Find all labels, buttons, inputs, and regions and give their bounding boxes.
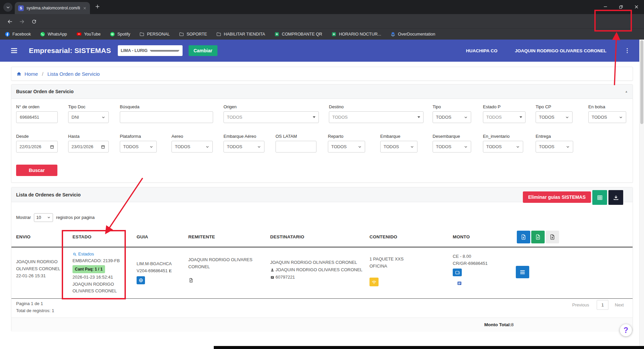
- bookmark-comprobante-qr[interactable]: COMPROBANTE QR: [274, 32, 322, 37]
- list-header-actions: Eliminar guias SISTEMAS: [523, 191, 623, 205]
- app-menu-dots-icon[interactable]: [624, 47, 631, 54]
- eliminar-guias-button[interactable]: Eliminar guias SISTEMAS: [523, 191, 591, 203]
- next-page-button[interactable]: Next: [615, 302, 624, 307]
- chevron-down-icon: [619, 115, 623, 119]
- col-destinatario[interactable]: DESTINATARIO: [270, 234, 304, 239]
- show-suffix-label: registros por pagina: [56, 215, 95, 220]
- contenido-line1: 1 PAQUETE XXS: [369, 255, 443, 263]
- embarque-select[interactable]: TODOS: [380, 141, 417, 153]
- orders-list-panel: Lista de Ordenes de Servicio Eliminar gu…: [11, 187, 633, 331]
- bookmark-spotify[interactable]: Spotify: [110, 32, 130, 37]
- remitente-name: JOAQUIN RODRIGO OLIVARES CORONEL: [188, 256, 259, 270]
- forward-button[interactable]: [17, 16, 27, 26]
- branch-short-label[interactable]: HUACHIPA CO: [466, 48, 497, 53]
- minimize-button[interactable]: [598, 0, 613, 13]
- tab-title: syslima.shalomcontrol.com/lista: [27, 6, 80, 10]
- hamburger-menu-icon[interactable]: [10, 47, 18, 55]
- monto-total-value: 8: [511, 322, 514, 327]
- numero-orden-input[interactable]: [16, 111, 58, 123]
- back-button[interactable]: [5, 16, 15, 26]
- bookmark-whatsapp[interactable]: WhatsApp: [40, 32, 67, 37]
- screen: S syslima.shalomcontrol.com/lista syslim…: [0, 0, 644, 349]
- download-icon: [613, 194, 619, 201]
- wifi-status-button[interactable]: [369, 278, 379, 286]
- field-numero-orden: N° de orden: [16, 104, 58, 123]
- previous-page-button[interactable]: Previous: [572, 302, 589, 307]
- detail-list-icon[interactable]: [457, 279, 462, 286]
- branch-select[interactable]: LIMA - LURIGANCHO - HUACHIPA CO: [118, 45, 183, 56]
- triangle-down-icon: [519, 116, 522, 118]
- bookmark-folder-soporte[interactable]: SOPORTE: [179, 32, 207, 37]
- table-view-button[interactable]: [592, 190, 607, 205]
- aereo-select[interactable]: TODOS: [171, 141, 213, 153]
- bookmark-horario-nocturno[interactable]: HORARIO NOCTUR...: [331, 32, 381, 37]
- collapse-caret-icon[interactable]: ▲: [625, 90, 628, 93]
- new-tab-button[interactable]: [95, 3, 100, 9]
- excel-file-icon: [521, 234, 527, 240]
- cell-remitente: JOAQUIN RODRIGO OLIVARES CORONEL: [188, 256, 259, 283]
- col-envio[interactable]: ENVIO: [16, 234, 31, 239]
- field-hasta: Hasta 23/01/2026: [68, 134, 109, 153]
- embarque-aereo-select[interactable]: TODOS: [224, 141, 264, 153]
- bookmark-folder-personal[interactable]: PERSONAL: [139, 32, 170, 37]
- reparto-select[interactable]: TODOS: [328, 141, 365, 153]
- export-excel-gray-button[interactable]: [546, 231, 559, 243]
- origen-select[interactable]: TODOS: [224, 111, 319, 123]
- tab-search-button[interactable]: [3, 3, 12, 12]
- tab-close-icon[interactable]: [83, 6, 87, 10]
- bookmark-overdocumentation[interactable]: OverDocumentation: [390, 32, 435, 37]
- close-button[interactable]: [629, 0, 644, 13]
- remitente-doc-icon[interactable]: [188, 276, 259, 283]
- breadcrumb-home-link[interactable]: Home: [24, 71, 38, 77]
- col-guia[interactable]: GUIA: [137, 234, 148, 239]
- buscar-button[interactable]: Buscar: [16, 165, 57, 176]
- tipo-select[interactable]: TODOS: [433, 111, 471, 123]
- reload-button[interactable]: [29, 16, 39, 26]
- cell-guia: LIM.M-BGACHCA V204-69686451 E: [137, 260, 185, 284]
- user-name-label[interactable]: JOAQUIN RODRIGO OLIVARES CORONEL: [515, 48, 606, 53]
- tipo-cp-select[interactable]: TODOS: [536, 111, 573, 123]
- bookmark-youtube[interactable]: YouTube: [76, 31, 101, 37]
- en-inventario-select[interactable]: TODOS: [483, 141, 523, 153]
- spotify-icon: [110, 32, 115, 37]
- envio-name: JOAQUIN RODRIGO OLIVARES CORONEL: [16, 258, 73, 272]
- busqueda-input[interactable]: [120, 111, 213, 123]
- page-size-row: Mostrar 10 registros por pagina: [16, 213, 633, 222]
- estados-link[interactable]: Estados: [72, 251, 128, 257]
- download-button[interactable]: [608, 190, 623, 205]
- tipo-doc-select[interactable]: DNI: [68, 111, 109, 123]
- cell-monto: CE - 8.00 CR/GR-69686451: [453, 253, 513, 286]
- destino-select[interactable]: TODOS: [329, 111, 424, 123]
- col-monto[interactable]: MONTO: [453, 234, 470, 239]
- restore-button[interactable]: [613, 0, 629, 13]
- bookmark-facebook[interactable]: Facebook: [5, 32, 31, 37]
- bookmark-folder-habilitar-tiendita[interactable]: HABILITAR TIENDITA: [216, 32, 265, 37]
- os-latam-input[interactable]: [276, 141, 316, 153]
- browser-tab[interactable]: S syslima.shalomcontrol.com/lista: [15, 2, 90, 14]
- cambiar-button[interactable]: Cambiar: [189, 45, 217, 56]
- export-excel-green-button[interactable]: [531, 231, 545, 243]
- contenido-line2: OFICINA: [369, 263, 443, 270]
- desde-date-input[interactable]: 22/01/2026: [16, 141, 58, 153]
- page-size-select[interactable]: 10: [34, 213, 53, 222]
- col-contenido[interactable]: CONTENIDO: [369, 234, 397, 239]
- tracking-web-button[interactable]: [137, 276, 145, 284]
- hasta-date-input[interactable]: 23/01/2026: [68, 141, 109, 153]
- page-scrollbar[interactable]: [639, 40, 644, 349]
- scrollbar-thumb[interactable]: [640, 40, 643, 124]
- en-bolsa-select[interactable]: TODOS: [588, 111, 626, 123]
- search-panel: Buscar Orden de Servicio ▲ N° de orden T…: [11, 84, 633, 183]
- col-remitente[interactable]: REMITENTE: [188, 234, 215, 239]
- desembarque-select[interactable]: TODOS: [433, 141, 471, 153]
- entrega-select[interactable]: TODOS: [536, 141, 573, 153]
- help-button[interactable]: ?: [620, 324, 632, 336]
- estado-p-select[interactable]: TODOS: [483, 111, 526, 123]
- app-header: Empresarial: SISTEMAS LIMA - LURIGANCHO …: [0, 40, 644, 62]
- export-excel-blue-button[interactable]: [517, 231, 530, 243]
- plataforma-select[interactable]: TODOS: [120, 141, 157, 153]
- wallet-button[interactable]: [453, 269, 462, 276]
- field-destino: Destino TODOS: [329, 104, 424, 123]
- current-page-button[interactable]: 1: [597, 300, 608, 310]
- row-actions-button[interactable]: [516, 266, 529, 278]
- col-estado[interactable]: ESTADO: [72, 234, 91, 239]
